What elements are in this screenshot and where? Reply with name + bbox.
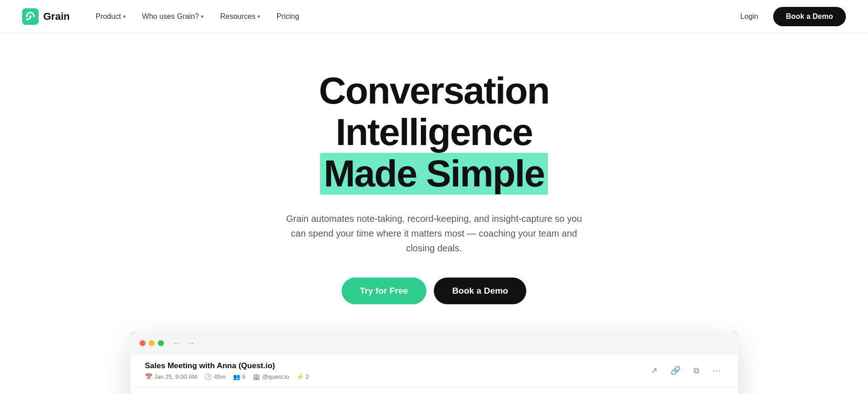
svg-point-1	[29, 15, 32, 17]
meeting-participants: 👥 6	[233, 373, 245, 380]
demo-preview: ← → Sales Meeting with Anna (Quest.io) 📅…	[112, 332, 757, 394]
forward-arrow-icon[interactable]: →	[186, 338, 197, 348]
logo[interactable]: Grain	[22, 8, 70, 25]
navbar-right: Login Book a Demo	[733, 7, 846, 26]
demo-window: ← → Sales Meeting with Anna (Quest.io) 📅…	[130, 332, 738, 394]
more-options-icon[interactable]: ⋯	[710, 363, 723, 378]
meeting-duration: 🕐 45m	[204, 373, 225, 380]
window-close-dot[interactable]	[140, 340, 146, 346]
back-arrow-icon[interactable]: ←	[171, 338, 182, 348]
building-icon: 🏢	[253, 373, 260, 380]
grain-logo-icon	[22, 8, 39, 25]
meeting-info-left: Sales Meeting with Anna (Quest.io) 📅 Jan…	[145, 361, 309, 380]
demo-content: Q Quest.io	[130, 387, 738, 394]
window-nav-arrows: ← →	[171, 338, 197, 348]
meeting-workspace: 🏢 @quest.io	[253, 373, 289, 380]
product-chevron-icon: ▾	[123, 13, 126, 20]
meeting-title: Sales Meeting with Anna (Quest.io)	[145, 361, 309, 371]
meeting-meta: 📅 Jan 25, 9:00 AM 🕐 45m 👥 6 🏢 @quest.io	[145, 373, 309, 380]
hero-subtitle: Grain automates note-taking, record-keep…	[278, 211, 591, 255]
meeting-actions: ↗ 🔗 ⧉ ⋯	[648, 363, 723, 378]
nav-who-uses[interactable]: Who uses Grain? ▾	[135, 9, 211, 24]
demo-meeting-bar: Sales Meeting with Anna (Quest.io) 📅 Jan…	[130, 355, 738, 387]
try-free-button[interactable]: Try for Free	[342, 278, 427, 304]
demo-titlebar: ← →	[130, 332, 738, 355]
nav-resources[interactable]: Resources ▾	[213, 9, 267, 24]
hero-title-line1: Conversation Intelligence	[227, 70, 641, 153]
link-icon[interactable]: 🔗	[668, 363, 683, 378]
navbar-left: Grain Product ▾ Who uses Grain? ▾ Resour…	[22, 8, 307, 25]
calendar-icon: 📅	[145, 373, 152, 380]
meeting-clips: ⚡ 2	[297, 373, 309, 380]
layers-icon[interactable]: ⧉	[691, 363, 702, 378]
hero-title-highlight: Made Simple	[320, 153, 548, 194]
who-uses-chevron-icon: ▾	[201, 13, 204, 20]
window-maximize-dot[interactable]	[158, 340, 164, 346]
meeting-date: 📅 Jan 25, 9:00 AM	[145, 373, 198, 380]
lightning-icon: ⚡	[297, 373, 304, 380]
book-demo-hero-button[interactable]: Book a Demo	[434, 278, 526, 304]
nav-product[interactable]: Product ▾	[88, 9, 133, 24]
hero-section: Conversation Intelligence Made Simple Gr…	[0, 33, 868, 332]
logo-text: Grain	[43, 11, 70, 23]
book-demo-nav-button[interactable]: Book a Demo	[773, 7, 846, 26]
navbar: Grain Product ▾ Who uses Grain? ▾ Resour…	[0, 0, 868, 33]
window-minimize-dot[interactable]	[149, 340, 155, 346]
hero-buttons: Try for Free Book a Demo	[342, 278, 527, 304]
share-icon[interactable]: ↗	[648, 363, 660, 378]
resources-chevron-icon: ▾	[257, 13, 260, 20]
hero-title: Conversation Intelligence Made Simple	[227, 70, 641, 195]
nav-menu: Product ▾ Who uses Grain? ▾ Resources ▾ …	[88, 9, 306, 24]
login-button[interactable]: Login	[733, 9, 766, 24]
window-dots	[140, 340, 164, 346]
clock-icon: 🕐	[204, 373, 212, 380]
nav-pricing[interactable]: Pricing	[269, 9, 307, 24]
people-icon: 👥	[233, 373, 240, 380]
